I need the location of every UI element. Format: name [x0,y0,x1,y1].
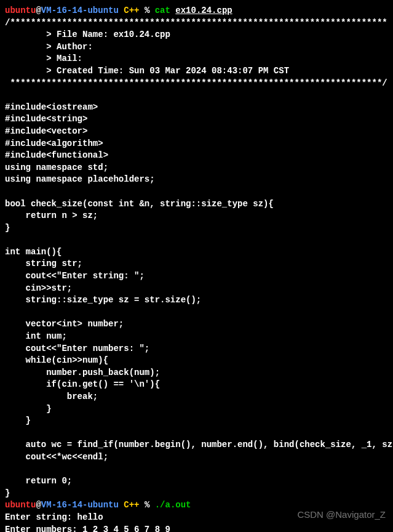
prompt-sym: % [145,6,155,15]
watermark: CSDN @Navigator_Z [297,508,386,521]
prompt-user-2: ubuntu [5,500,36,510]
prompt-cwd: C++ [119,6,145,15]
file-contents: /***************************************… [5,18,393,498]
prompt-at-2: @ [36,500,41,510]
terminal-output: ubuntu@VM-16-14-ubuntu C++ % cat ex10.24… [5,5,388,532]
cmd-run: ./a.out [155,500,191,510]
cmd-cat: cat [155,6,176,15]
prompt-line-2: ubuntu@VM-16-14-ubuntu C++ % ./a.out [5,500,191,510]
prompt-host-2: VM-16-14-ubuntu [41,500,119,510]
prompt-sym-2: % [145,500,155,510]
prompt-host: VM-16-14-ubuntu [41,6,119,15]
prompt-line-1: ubuntu@VM-16-14-ubuntu C++ % cat ex10.24… [5,6,232,15]
cmd-arg: ex10.24.cpp [175,6,232,15]
prompt-user: ubuntu [5,6,36,15]
prompt-cwd-2: C++ [119,500,145,510]
prompt-at: @ [36,6,41,15]
program-output: Enter string: hello Enter numbers: 1 2 3… [5,512,170,532]
